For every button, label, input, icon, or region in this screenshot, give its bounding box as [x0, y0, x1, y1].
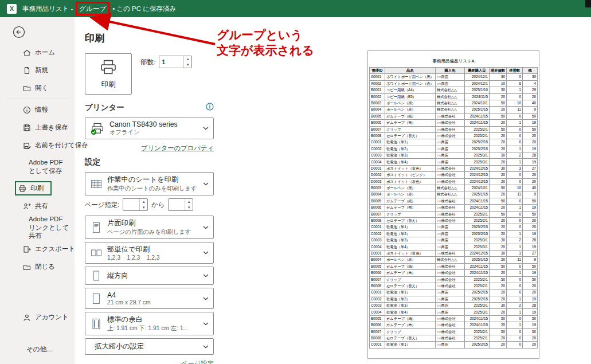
table-cell: ○○株式会社	[435, 126, 464, 132]
printer-selector-dropdown[interactable]: Canon TS8430 series オフライン	[85, 118, 214, 139]
table-header-row: 管理ID品名購入先最終購入日現在個数使用数残	[369, 68, 537, 74]
table-cell: 2024/10/1	[464, 185, 489, 191]
table-cell: 20	[523, 172, 538, 178]
table-cell: 50	[489, 185, 506, 191]
table-cell: 乾電池（単1）	[385, 224, 435, 230]
page-range-from-input[interactable]	[123, 199, 139, 210]
table-cell: 20	[489, 139, 506, 146]
info-icon[interactable]	[206, 103, 214, 113]
table-cell: 50	[489, 198, 506, 204]
sidebar-item-new[interactable]: 新規	[0, 61, 75, 79]
table-cell: C0002	[369, 296, 385, 302]
copies-input[interactable]	[159, 56, 183, 68]
table-cell: 30	[523, 74, 538, 80]
sidebar-item-home[interactable]: ホーム	[0, 44, 75, 61]
table-cell: ○○株式会社	[435, 250, 464, 256]
sidebar-item-share[interactable]: 共有	[0, 197, 75, 215]
sidebar-item-label: 開く	[35, 84, 48, 92]
table-cell: セロテープ（替え）	[385, 132, 435, 139]
table-row: C0004乾電池（単4）○○商店2025/3/120119	[369, 244, 537, 250]
table-cell: 0	[507, 289, 523, 296]
table-cell: 株式会社△△	[435, 191, 464, 198]
table-cell: 20	[523, 224, 538, 230]
sidebar-item-save-as[interactable]: 名前を付けて保存	[0, 136, 75, 154]
dropdown-subtitle: 作業中のシートのみを印刷します	[107, 185, 198, 193]
table-cell: ○○商店	[435, 289, 464, 296]
table-cell: 株式会社△△	[435, 185, 464, 191]
table-cell: 20	[489, 172, 506, 178]
print-button-label: 印刷	[101, 80, 116, 89]
table-cell: 50	[489, 328, 506, 335]
sidebar-item-adobe-pdf-share[interactable]: Adobe PDF リンクとして共有	[0, 215, 75, 240]
sidebar-item-open[interactable]: 開く	[0, 79, 75, 97]
table-cell: 9	[523, 257, 538, 263]
table-cell: 50	[489, 315, 506, 322]
table-cell: 2024/12/1	[464, 80, 489, 87]
table-cell: 20	[523, 93, 538, 100]
table-cell: 乾電池（単2）	[385, 146, 435, 152]
info-icon	[23, 106, 31, 114]
table-cell: B0008	[369, 132, 385, 139]
scaling-dropdown[interactable]: 拡大縮小の設定	[85, 338, 214, 355]
table-cell: 2	[507, 303, 523, 309]
print-what-dropdown[interactable]: 作業中のシートを印刷 作業中のシートのみを印刷します	[85, 172, 214, 195]
sidebar-item-adobe-pdf-save[interactable]: Adobe PDF として保存	[0, 154, 75, 179]
table-cell: 1	[507, 322, 523, 328]
copies-stepper[interactable]: ▲ ▼	[159, 56, 192, 68]
sidebar-item-export[interactable]: エクスポート	[0, 240, 75, 258]
table-cell: ガムテープ（布）	[385, 270, 435, 276]
printer-status: オフライン	[109, 128, 198, 136]
page-range-to-stepper[interactable]: ▲ ▼	[168, 198, 193, 211]
title-suffix: • この PC に保存済み	[112, 5, 176, 13]
orientation-dropdown[interactable]: 縦方向	[85, 267, 214, 285]
table-cell: 20	[523, 132, 538, 139]
table-cell: 0	[507, 328, 523, 335]
page-from-spin-down-button[interactable]: ▼	[140, 205, 147, 210]
table-row: C0001乾電池（単1）○○商店2025/2/1520020	[369, 342, 537, 348]
dropdown-title: 部単位で印刷	[107, 245, 198, 255]
printer-properties-link[interactable]: プリンターのプロパティ	[141, 144, 214, 151]
table-cell: ○○商店	[435, 152, 464, 159]
print-preview-area: 事務用品備品リストA 管理ID品名購入先最終購入日現在個数使用数残 A0001ホ…	[230, 17, 591, 364]
table-cell: 0	[507, 276, 523, 283]
back-button[interactable]	[13, 26, 25, 38]
copies-spin-up-button[interactable]: ▲	[184, 56, 191, 62]
sidebar-item-label: Adobe PDF として保存	[29, 158, 71, 175]
table-cell: 2024/10/1	[464, 100, 489, 106]
sidebar-item-info[interactable]: 情報	[0, 101, 75, 119]
table-cell: 株式会社△△	[435, 107, 464, 113]
table-cell: C0003	[369, 237, 385, 244]
table-cell: 2025/1/15	[464, 257, 489, 263]
sidebar-item-save[interactable]: 上書き保存	[0, 119, 75, 136]
page-range-from-stepper[interactable]: ▲ ▼	[123, 198, 148, 211]
table-cell: B0005	[369, 198, 385, 204]
page-range-to-input[interactable]	[169, 199, 185, 210]
sidebar-item-print[interactable]: 印刷	[0, 179, 75, 197]
table-cell: 1	[507, 270, 523, 276]
table-cell: 30	[489, 152, 506, 159]
table-row: C0002乾電池（単2）○○商店2025/2/1520119	[369, 296, 537, 302]
collation-dropdown[interactable]: 部単位で印刷 1,2,3 1,2,3 1,2,3	[85, 242, 214, 264]
page-setup-link[interactable]: ページ設定	[181, 360, 214, 364]
table-cell: 27	[523, 250, 538, 256]
page-to-spin-up-button[interactable]: ▲	[185, 199, 193, 205]
page-from-spin-up-button[interactable]: ▲	[140, 199, 147, 205]
table-cell: 20	[489, 146, 506, 152]
table-cell: 2024/11/15	[464, 270, 489, 276]
table-header-cell: 使用数	[507, 68, 523, 74]
sidebar-item-account[interactable]: アカウント	[0, 308, 75, 326]
sidebar-item-more[interactable]: その他...	[0, 342, 75, 357]
table-row: D0003ポストイット（灰色）○○株式会社2024/12/1520020	[369, 178, 537, 185]
table-cell: 乾電池（単3）	[385, 237, 435, 244]
margins-dropdown[interactable]: 標準の余白 上: 1.91 cm 下: 1.91 cm 左: 1...	[85, 312, 214, 335]
page-to-spin-down-button[interactable]: ▼	[185, 205, 193, 210]
table-cell: 11	[507, 257, 523, 263]
share-icon	[23, 202, 31, 210]
paper-size-dropdown[interactable]: A4 21 cm x 29.7 cm	[85, 288, 214, 309]
print-button[interactable]: 印刷	[85, 53, 132, 95]
table-row: B0007クリップ○○株式会社2025/2/150050	[369, 328, 537, 335]
duplex-dropdown[interactable]: 片面印刷 ページの片面のみを印刷します	[85, 216, 214, 239]
copies-label: 部数:	[140, 58, 155, 66]
sidebar-item-close[interactable]: 閉じる	[0, 258, 75, 276]
copies-spin-down-button[interactable]: ▼	[184, 62, 191, 68]
